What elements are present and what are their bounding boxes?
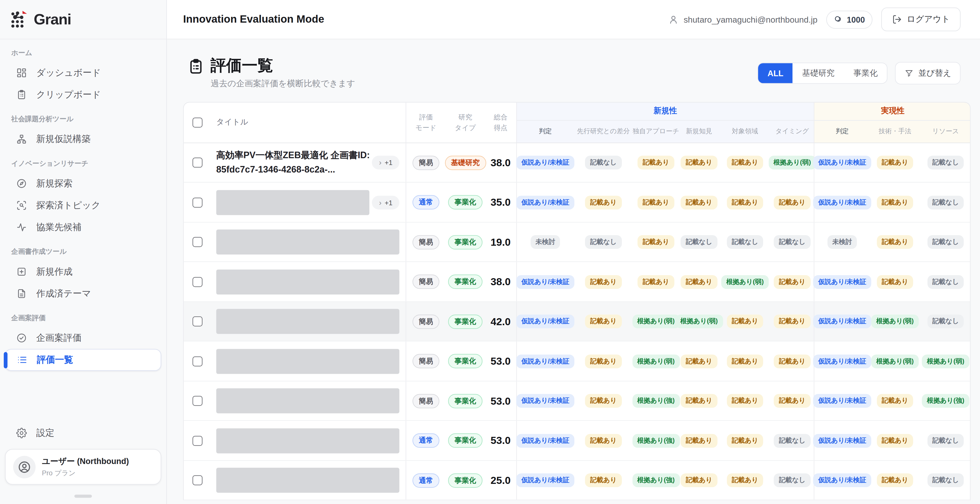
expand-button[interactable]: ›+1 (372, 195, 399, 209)
user-name: ユーザー (Northbound) (42, 456, 129, 467)
expand-button[interactable]: ›+1 (372, 156, 399, 169)
table-row: ›+1通常事業化35.0仮説あり/未検証記載あり記載あり記載あり記載あり記載あり… (184, 183, 970, 223)
group-headers: 新規性 実現性 判定先行研究との差分独自アプローチ新規知見対象領域タイミング判定… (516, 102, 970, 142)
row-checkbox[interactable] (192, 316, 202, 327)
novelty-badge: 記載あり (727, 156, 764, 169)
sidebar-item[interactable]: 新規仮説構築 (5, 128, 161, 150)
novelty-badge: 記載あり (585, 394, 622, 408)
sidebar: Grani ホームダッシュボードクリップボード社会課題分析ツール新規仮説構築イノ… (0, 0, 167, 504)
sidebar-item-label: 協業先候補 (36, 221, 81, 233)
feasibility-badge: 仮説あり/未検証 (813, 275, 871, 289)
sidebar-section-label: イノベーションリサーチ (11, 159, 155, 168)
sidebar-item-settings[interactable]: 設定 (5, 422, 161, 444)
novelty-badge: 仮説あり/未検証 (516, 354, 574, 368)
logout-button[interactable]: ログアウト (881, 8, 961, 31)
row-checkbox[interactable] (192, 277, 202, 287)
sidebar-section-label: 社会課題分析ツール (11, 115, 155, 123)
expand-count: +1 (385, 198, 393, 206)
novelty-sub-header: 対象領域 (719, 120, 771, 142)
sidebar-item-label: ダッシュボード (36, 67, 101, 79)
title-skeleton (216, 190, 369, 215)
sort-button[interactable]: 並び替え (895, 62, 961, 85)
sidebar-item[interactable]: 探索済トピック (5, 195, 161, 216)
feasibility-badge: 仮説あり/未検証 (813, 156, 871, 169)
row-checkbox[interactable] (192, 158, 202, 168)
sidebar-item[interactable]: クリップボード (5, 84, 161, 105)
row-checkbox[interactable] (192, 356, 202, 366)
chevron-right-icon: › (379, 159, 382, 166)
user-icon (668, 14, 679, 25)
novelty-badge: 根拠あり(強) (632, 473, 680, 487)
title-skeleton (216, 349, 399, 373)
filter-basic-research[interactable]: 基礎研究 (793, 63, 844, 83)
sidebar-drag-handle[interactable] (75, 495, 92, 498)
novelty-badge: 仮説あり/未検証 (516, 394, 574, 408)
score-value: 38.0 (490, 276, 511, 288)
feasibility-badge: 記載なし (927, 434, 964, 447)
user-plan: Pro プラン (42, 468, 129, 478)
square-plus-icon (16, 266, 27, 277)
sidebar-item[interactable]: 新規探索 (5, 172, 161, 195)
brand-logo[interactable]: Grani (0, 0, 166, 40)
sidebar-item-label: 企画案評価 (36, 332, 81, 344)
mode-badge: 簡易 (413, 274, 439, 289)
brand-name: Grani (34, 11, 71, 28)
sidebar-item[interactable]: 新規作成 (5, 261, 161, 283)
circle-user-icon (18, 460, 32, 474)
table-row: 簡易事業化38.0仮説あり/未検証記載あり記載あり記載あり根拠あり(弱)記載あり… (184, 262, 970, 302)
novelty-badge: 記載あり (585, 434, 622, 447)
novelty-badge: 根拠あり(弱) (675, 315, 723, 329)
row-checkbox[interactable] (192, 237, 202, 247)
logout-label: ログアウト (907, 14, 950, 25)
row-checkbox[interactable] (192, 435, 202, 446)
novelty-badge: 記載あり (638, 156, 675, 169)
novelty-badge: 記載あり (585, 473, 622, 487)
score-value: 19.0 (490, 236, 511, 248)
hierarchy-icon (16, 134, 27, 144)
sidebar-item[interactable]: 企画案評価 (5, 327, 161, 349)
row-checkbox[interactable] (192, 475, 202, 485)
novelty-badge: 仮説あり/未検証 (516, 315, 574, 329)
sidebar-bottom: 設定 ユーザー (Northbound) Pro プラン (0, 422, 166, 504)
filter-commercialization[interactable]: 事業化 (844, 63, 887, 83)
feasibility-badge: 記載あり (877, 195, 913, 209)
novelty-badge: 根拠あり(強) (632, 394, 680, 408)
sidebar-item-label: 評価一覧 (37, 354, 73, 366)
novelty-badge: 記載なし (681, 235, 718, 249)
feasibility-badge: 根拠あり(弱) (871, 315, 919, 329)
sidebar-item-label: 新規仮説構築 (36, 133, 91, 145)
filter-all[interactable]: ALL (758, 63, 792, 83)
feasibility-badge: 根拠あり(弱) (922, 354, 969, 368)
sidebar-item[interactable]: 作成済テーマ (5, 283, 161, 305)
row-checkbox[interactable] (192, 197, 202, 207)
novelty-badge: 記載あり (638, 235, 675, 249)
table-row: 高効率PV一体型ZEB最適化 企画書ID:85fdc7c7-1346-4268-… (184, 143, 970, 183)
sidebar-item[interactable]: ダッシュボード (5, 62, 161, 84)
user-email: shutaro_yamaguchi@northbound.jp (684, 14, 818, 24)
score-value: 53.0 (490, 355, 511, 367)
table-body: 高効率PV一体型ZEB最適化 企画書ID:85fdc7c7-1346-4268-… (184, 143, 970, 501)
row-title[interactable]: 高効率PV一体型ZEB最適化 企画書ID:85fdc7c7-1346-4268-… (216, 148, 370, 177)
user-email-display: shutaro_yamaguchi@northbound.jp (668, 14, 818, 25)
table-row: 通常事業化53.0仮説あり/未検証記載あり根拠あり(強)記載あり記載あり記載なし… (184, 421, 970, 461)
row-checkbox[interactable] (192, 396, 202, 406)
feasibility-badge: 仮説あり/未検証 (813, 315, 871, 329)
file-text-icon (16, 288, 27, 299)
novelty-badge: 根拠あり(弱) (632, 315, 680, 329)
feasibility-badge: 根拠あり(強) (922, 394, 969, 408)
title-skeleton (216, 269, 399, 294)
select-all-checkbox[interactable] (192, 118, 202, 128)
content: 評価一覧 過去の企画案評価を横断比較できます ALL 基礎研究 事業化 並び替え (167, 40, 980, 504)
chevron-right-icon: › (379, 198, 382, 206)
sidebar-item[interactable]: 協業先候補 (5, 216, 161, 238)
list-icon (17, 355, 27, 365)
compass-icon (16, 178, 27, 189)
credits-badge[interactable]: 1000 (826, 10, 872, 29)
user-card[interactable]: ユーザー (Northbound) Pro プラン (5, 449, 161, 485)
novelty-badge: 記載あり (774, 354, 811, 368)
novelty-badge: 記載あり (638, 275, 675, 289)
feasibility-badge: 記載あり (877, 156, 913, 169)
novelty-badge: 記載なし (585, 156, 622, 169)
sidebar-item[interactable]: 評価一覧 (5, 349, 161, 371)
score-value: 53.0 (490, 395, 511, 407)
